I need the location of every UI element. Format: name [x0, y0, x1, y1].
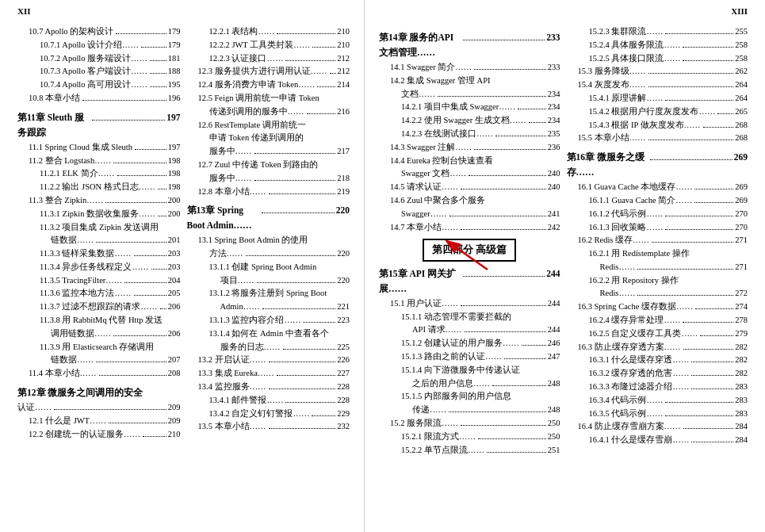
toc-item-label: 16.3.5 代码示例……	[589, 408, 664, 421]
toc-item: 链数据……207	[17, 354, 181, 367]
toc-item: 服务的日志……225	[187, 341, 350, 354]
toc-item-label: 12.2.1 表结构……	[209, 25, 275, 39]
toc-item-label: 13.5 本章小结……	[198, 420, 266, 434]
toc-item-label: 16.1.1 Guava Cache 简介……	[589, 194, 693, 208]
toc-item-label: 16.3.1 什么是缓存穿透……	[589, 354, 690, 367]
toc-item-label: 14.6 Zuul 中聚合多个服务	[390, 194, 485, 208]
toc-page-number: 223	[337, 314, 350, 327]
toc-item: 15.1 用户认证……244	[379, 297, 560, 311]
toc-item-label: 服务中……	[209, 172, 252, 186]
chapter-page: 244	[546, 266, 560, 281]
toc-item: 11.4 本章小结……208	[17, 367, 181, 381]
toc-item-label: 16.2.1 用 Redistemplate 操作	[589, 247, 690, 261]
toc-item-label: 12.3 服务提供方进行调用认证……	[198, 65, 327, 78]
toc-page-number: 195	[168, 78, 181, 92]
toc-page-number: 240	[548, 167, 560, 181]
toc-page-number: 250	[548, 417, 560, 431]
toc-item-label: 12.5 Feign 调用前统一申请 Token	[198, 92, 319, 105]
toc-page-number: 201	[168, 234, 181, 247]
toc-item: 10.7.1 Apollo 设计介绍……179	[17, 39, 181, 52]
toc-item-label: 12.2 创建统一的认证服务……	[29, 428, 140, 442]
toc-item-label: 11.2.2 输出 JSON 格式日志……	[40, 181, 155, 194]
toc-page-number: 210	[168, 428, 181, 442]
toc-item-label: 14.2.1 项目中集成 Swagger……	[401, 101, 515, 114]
toc-item-label: 12.6 RestTemplate 调用前统一	[198, 119, 306, 132]
toc-page-number: 206	[168, 327, 181, 341]
toc-item: 16.3 防止缓存穿透方案……282	[567, 341, 748, 354]
toc-page-number: 283	[735, 408, 748, 421]
left-col2: 12.2.1 表结构……21012.2.2 JWT 工具类封装……21012.2…	[187, 25, 350, 441]
toc-item-label: 申请 Token 传递到调用的	[209, 132, 304, 145]
toc-item: 13.1 Spring Boot Admin 的使用	[187, 234, 350, 247]
toc-item-label: 11.3.6 监控本地方法……	[40, 287, 132, 300]
toc-item: 13.1.4 如何在 Admin 中查看各个	[187, 327, 350, 341]
toc-item: 16.3.1 什么是缓存穿透……282	[567, 354, 748, 367]
toc-page-number: 248	[548, 377, 560, 391]
toc-page-number: 235	[548, 128, 560, 141]
toc-page-number: 258	[735, 39, 748, 52]
toc-item: 15.4 灰度发布……264	[567, 78, 748, 92]
toc-item: 16.3.5 代码示例……283	[567, 408, 748, 421]
toc-item-label: 服务中……	[209, 145, 252, 159]
toc-item-label: 11.3.7 过滤不想跟踪的请求……	[40, 300, 158, 314]
toc-item-label: 16.2 Redis 缓存……	[578, 234, 650, 247]
toc-item-label: 15.2 服务限流……	[390, 417, 458, 431]
toc-item: 11.3.2 项目集成 Zipkin 发送调用	[17, 221, 181, 235]
toc-item: 16.1.1 Guava Cache 简介……269	[567, 194, 748, 208]
toc-page-number: 203	[168, 247, 181, 261]
toc-item-label: 13.4 监控服务……	[198, 381, 266, 394]
toc-page-number: 251	[548, 444, 560, 457]
toc-item: 14.3 Swagger 注解……236	[379, 141, 560, 155]
toc-item-label: 15.1.4 向下游微服务中传递认证	[401, 364, 520, 377]
chapter-heading: 第15章 API 网关扩展……244	[379, 266, 560, 297]
toc-page-number: 179	[168, 39, 181, 52]
toc-page-number: 220	[337, 247, 350, 261]
toc-item: 服务中……217	[187, 145, 350, 159]
toc-item: 11.3.6 监控本地方法……205	[17, 287, 181, 300]
toc-page-number: 212	[337, 52, 350, 66]
toc-item: 14.6 Zuul 中聚合多个服务	[379, 194, 560, 208]
toc-item-label: 14.2 集成 Swagger 管理 API	[390, 75, 491, 88]
toc-item: 13.3 集成 Eureka……227	[187, 367, 350, 381]
left-col1: 10.7 Apollo 的架构设计17910.7.1 Apollo 设计介绍………	[17, 25, 181, 441]
toc-item-label: 13.3 集成 Eureka……	[198, 367, 274, 381]
toc-item: 11.3.1 Zipkin 数据收集服务……200	[17, 208, 181, 221]
toc-item-label: 15.5 本章小结……	[578, 132, 646, 145]
toc-page-number: 255	[735, 25, 748, 39]
toc-page-number: 210	[337, 25, 350, 39]
toc-item-label: 15.2.2 单节点限流……	[401, 444, 484, 457]
toc-item-label: 链数据……	[51, 354, 94, 367]
toc-page-number: 218	[337, 172, 350, 186]
toc-item-label: Admin……	[220, 300, 260, 314]
toc-item-label: 16.2.4 缓存异常处理……	[589, 314, 681, 327]
toc-item: 12.6 RestTemplate 调用前统一	[187, 119, 350, 132]
toc-item-label: 14.7 本章小结……	[390, 221, 458, 235]
toc-page-number: 282	[735, 341, 748, 354]
toc-item-label: 14.2.3 在线测试接口……	[401, 128, 493, 141]
left-page: XII 10.7 Apollo 的架构设计17910.7.1 Apollo 设计…	[0, 0, 365, 532]
left-toc-content: 10.7 Apollo 的架构设计17910.7.1 Apollo 设计介绍………	[17, 25, 350, 441]
toc-page-number: 227	[337, 367, 350, 381]
toc-item-label: 13.1.2 将服务注册到 Spring Boot	[209, 287, 327, 300]
toc-item: 16.3.2 缓存穿透的危害……282	[567, 367, 748, 381]
toc-item: Swagger……241	[379, 208, 560, 221]
toc-item-label: 12.8 本章小结……	[198, 186, 266, 199]
toc-page-number: 269	[735, 181, 748, 194]
toc-item-label: 15.2.1 限流方式……	[401, 431, 476, 444]
chapter-label: 第11章 Sleuth 服务跟踪	[17, 110, 90, 140]
toc-item: 15.2 服务限流……250	[379, 417, 560, 431]
toc-page-number: 282	[735, 367, 748, 381]
toc-page-number: 283	[735, 394, 748, 408]
toc-page-number: 206	[168, 300, 181, 314]
toc-page-number: 282	[735, 354, 748, 367]
toc-page-number: 226	[337, 354, 350, 367]
toc-page-number: 241	[548, 208, 560, 221]
toc-page-number: 278	[735, 314, 748, 327]
toc-item: 项目……220	[187, 274, 350, 288]
toc-item: 16.1 Guava Cache 本地缓存……269	[567, 181, 748, 194]
toc-item: 11.2 整合 Logstash……198	[17, 155, 181, 168]
toc-item-label: 12.1 什么是 JWT……	[29, 415, 106, 428]
toc-page-number: 284	[735, 434, 748, 447]
toc-item-label: API 请求……	[412, 323, 462, 337]
toc-item-label: 链数据……	[51, 234, 94, 247]
